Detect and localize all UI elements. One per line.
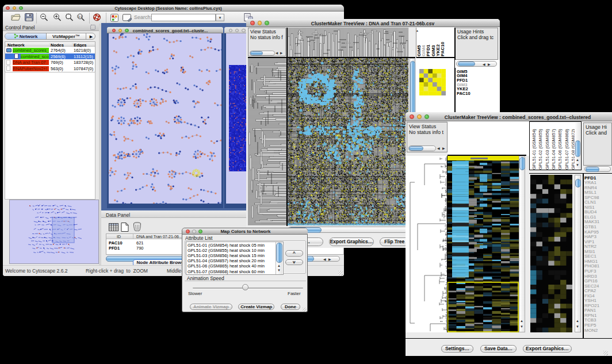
- svg-text:PAC10: PAC10: [440, 41, 445, 56]
- svg-text:GPL51-07 (GSM868): GPL51-07 (GSM868): [564, 129, 569, 170]
- svg-text:GPL51-03 (GSM856): GPL51-03 (GSM856): [545, 129, 550, 170]
- svg-text:GPL51-06 (GSM865): GPL51-06 (GSM865): [557, 129, 563, 170]
- svg-text:GPL51-02 (GSM855): GPL51-02 (GSM855): [538, 129, 543, 170]
- svg-text:GPL51-04 (GSM857): GPL51-04 (GSM857): [551, 129, 556, 170]
- svg-text:GPL51-01 (GSM854): GPL51-01 (GSM854): [531, 129, 537, 170]
- svg-text:1:1: 1:1: [78, 15, 82, 18]
